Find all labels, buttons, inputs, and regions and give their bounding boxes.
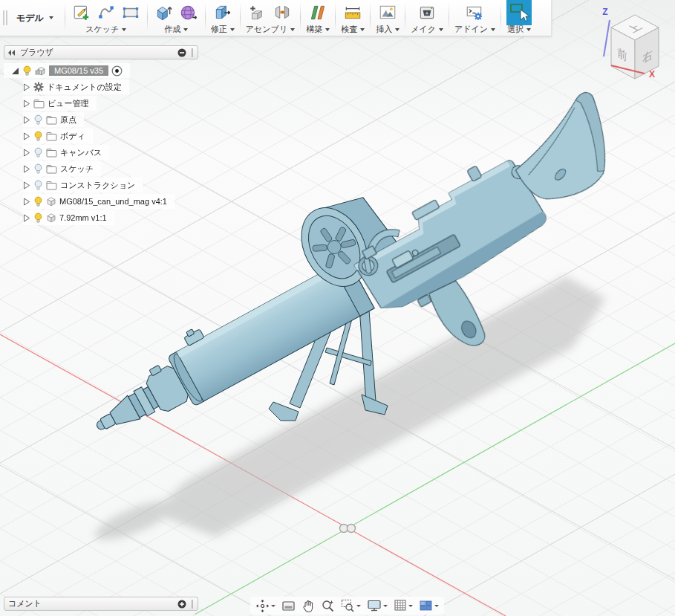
toolbar-group-construct: 構築 [301, 0, 334, 36]
browser-panel: ブラウザ MG08/15 v35 [4, 45, 198, 226]
select-button[interactable] [506, 0, 532, 25]
collapsed-caret-icon[interactable] [23, 132, 30, 140]
visibility-bulb-off-icon[interactable] [33, 147, 43, 158]
resize-grip-icon[interactable] [191, 600, 194, 609]
measure-icon [343, 3, 362, 22]
collapsed-caret-icon[interactable] [23, 83, 30, 91]
select-menu[interactable]: 選択 [507, 25, 531, 34]
collapsed-caret-icon[interactable] [23, 181, 30, 189]
workspace-switcher[interactable]: モデル [10, 0, 64, 36]
create-form-button[interactable] [177, 1, 200, 24]
tree-row-root[interactable]: MG08/15 v35 [4, 63, 130, 78]
display-settings-button[interactable] [366, 598, 388, 613]
construct-menu[interactable]: 構築 [306, 25, 330, 34]
collapse-circle-icon[interactable] [177, 48, 186, 57]
joint-icon [273, 3, 292, 22]
insert-menu[interactable]: 挿入 [376, 25, 400, 34]
visibility-bulb-off-icon[interactable] [33, 180, 43, 191]
visibility-bulb-on-icon[interactable] [22, 65, 32, 77]
insert-button[interactable] [376, 1, 399, 24]
body-cube-icon [46, 213, 56, 223]
expand-circle-icon[interactable] [177, 600, 186, 609]
visibility-bulb-off-icon[interactable] [33, 163, 43, 175]
browser-tree: MG08/15 v35 ドキュメントの設定 [4, 62, 198, 226]
addins-menu[interactable]: アドイン [454, 25, 495, 34]
browser-title: ブラウザ [20, 47, 53, 58]
spline-icon [97, 3, 116, 22]
tree-row-origin[interactable]: 原点 [23, 112, 84, 127]
press-pull-button[interactable] [212, 1, 234, 24]
chevron-down-icon [408, 605, 413, 607]
new-component-icon [248, 3, 267, 22]
create-menu[interactable]: 作成 [164, 25, 188, 34]
root-node-label[interactable]: MG08/15 v35 [49, 65, 108, 76]
orbit-icon [255, 599, 270, 613]
toolbar-group-insert: 挿入 [371, 0, 404, 36]
fusion360-window: { "app": { "workspace_label": "モデル" }, "… [0, 0, 675, 616]
make-menu[interactable]: メイク [411, 25, 443, 34]
tree-row-document-settings[interactable]: ドキュメントの設定 [23, 80, 129, 94]
activate-component-radio-icon[interactable] [111, 65, 123, 77]
viewports-button[interactable] [418, 599, 440, 613]
browser-header[interactable]: ブラウザ [4, 45, 198, 59]
modify-menu[interactable]: 修正 [211, 25, 235, 34]
tree-row-named-views[interactable]: ビュー管理 [23, 96, 97, 111]
new-component-button[interactable] [247, 1, 269, 24]
extrude-button[interactable] [153, 1, 175, 24]
visibility-bulb-on-icon[interactable] [33, 131, 43, 142]
inspect-menu[interactable]: 検査 [341, 25, 365, 34]
folder-icon [46, 164, 57, 174]
orbit-button[interactable] [255, 598, 276, 614]
toolbar-group-inspect: 検査 [336, 0, 369, 36]
collapsed-caret-icon[interactable] [23, 149, 30, 157]
folder-icon [46, 181, 57, 190]
rectangle-icon [121, 3, 140, 22]
chevron-down-icon [439, 28, 443, 31]
tree-row-component-792mm[interactable]: 7.92mm v1:1 [23, 210, 114, 225]
make-button[interactable] [416, 1, 438, 24]
toolbar-drag-handle[interactable] [0, 0, 10, 36]
tree-row-component-can-und-mag[interactable]: MG08/15_can_und_mag v4:1 [23, 194, 175, 209]
expanded-caret-icon[interactable] [11, 67, 19, 75]
collapsed-caret-icon[interactable] [23, 214, 30, 222]
measure-button[interactable] [342, 1, 364, 24]
resize-grip-icon[interactable] [191, 48, 194, 57]
visibility-bulb-on-icon[interactable] [33, 196, 43, 207]
visibility-bulb-off-icon[interactable] [33, 114, 43, 126]
joint-button[interactable] [271, 1, 293, 24]
select-icon [506, 0, 532, 25]
look-at-icon [281, 600, 296, 612]
visibility-bulb-on-icon[interactable] [33, 213, 43, 224]
chevron-down-icon [122, 28, 126, 31]
grid-snap-button[interactable] [393, 598, 414, 613]
view-cube[interactable]: 上 前 右 Z X [587, 0, 675, 85]
tree-row-canvases[interactable]: キャンバス [23, 145, 109, 160]
addins-icon [465, 3, 484, 22]
chevron-down-icon [491, 28, 495, 31]
folder-icon [33, 99, 45, 108]
collapsed-caret-icon[interactable] [23, 116, 30, 124]
folder-icon [46, 148, 57, 158]
zoom-window-button[interactable] [340, 598, 362, 614]
construct-plane-button[interactable] [307, 1, 329, 24]
comments-header[interactable]: コメント [4, 597, 198, 611]
pan-button[interactable] [301, 598, 316, 614]
collapsed-caret-icon[interactable] [23, 100, 30, 108]
rectangle-button[interactable] [120, 1, 142, 24]
addins-button[interactable] [463, 1, 486, 24]
toolbar-group-make: メイク [406, 0, 448, 36]
zoom-button[interactable] [320, 598, 336, 614]
tree-row-bodies[interactable]: ボディ [23, 129, 93, 143]
collapsed-caret-icon[interactable] [23, 165, 30, 173]
tree-row-construction[interactable]: コンストラクション [23, 178, 143, 192]
assembly-menu[interactable]: アセンブリ [246, 25, 295, 34]
spline-button[interactable] [95, 1, 117, 24]
tree-row-sketches[interactable]: スケッチ [23, 161, 101, 176]
collapse-left-icon[interactable] [8, 50, 16, 56]
sketch-menu[interactable]: スケッチ [85, 25, 126, 34]
chevron-down-icon [434, 605, 439, 607]
look-at-button[interactable] [281, 599, 296, 613]
collapsed-caret-icon[interactable] [23, 198, 30, 206]
toolbar-group-assembly: アセンブリ [241, 0, 299, 36]
create-sketch-button[interactable] [71, 1, 93, 24]
